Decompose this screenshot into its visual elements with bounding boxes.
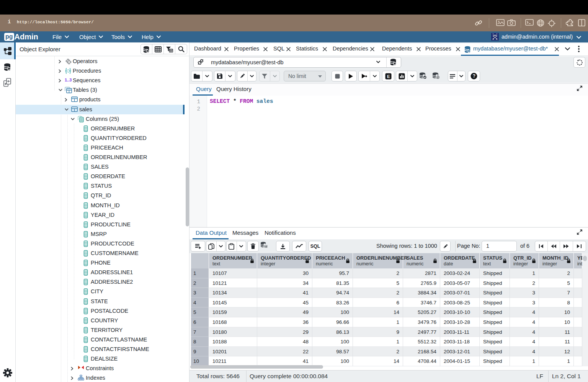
svg-text:1..3: 1..3 [65,78,72,82]
svg-text:?: ? [473,73,475,79]
svg-text:E: E [387,74,390,78]
